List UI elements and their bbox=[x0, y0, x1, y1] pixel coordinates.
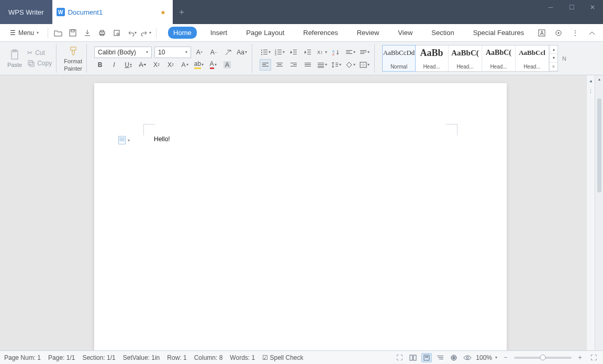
tab-review[interactable]: Review bbox=[352, 27, 385, 39]
save-icon[interactable] bbox=[67, 27, 79, 39]
underline-button[interactable]: U▾ bbox=[122, 59, 134, 71]
font-color-button[interactable]: A▾ bbox=[207, 59, 219, 71]
zoom-in-button[interactable]: ＋ bbox=[575, 353, 585, 362]
sort-button[interactable]: AZ bbox=[330, 47, 342, 58]
document-workspace[interactable]: ▾ Hello! ◂ ⋮ ▴ bbox=[0, 75, 603, 350]
outline-view-icon[interactable] bbox=[435, 353, 445, 362]
scroll-up-icon[interactable]: ▴ bbox=[550, 46, 557, 54]
line-spacing-button[interactable]: ▾ bbox=[330, 59, 342, 71]
scroll-up-icon[interactable]: ▴ bbox=[595, 75, 603, 83]
align-center-button[interactable] bbox=[274, 59, 285, 71]
bullets-button[interactable]: ▾ bbox=[260, 47, 271, 58]
font-name-select[interactable]: Calibri (Body)▾ bbox=[94, 47, 152, 58]
zoom-slider[interactable] bbox=[514, 357, 572, 359]
new-tab-button[interactable]: ＋ bbox=[173, 0, 191, 24]
redo-icon[interactable]: ▾ bbox=[140, 27, 152, 39]
status-words[interactable]: Words: 1 bbox=[230, 354, 255, 361]
eye-protection-icon[interactable] bbox=[462, 353, 473, 362]
document-body-text[interactable]: Hello! bbox=[154, 135, 170, 143]
page[interactable]: ▾ Hello! bbox=[94, 83, 507, 350]
web-layout-icon[interactable] bbox=[449, 353, 459, 362]
fullscreen-icon[interactable]: ⛶ bbox=[394, 353, 405, 362]
styles-gallery[interactable]: AaBbCcDdNormal AaBbHead... AaBbC(Head...… bbox=[382, 45, 558, 72]
spell-check-button[interactable]: ☑ Spell Check bbox=[262, 354, 303, 361]
align-left-button[interactable] bbox=[260, 59, 271, 71]
copy-button[interactable]: Copy bbox=[27, 60, 52, 67]
fit-page-icon[interactable]: ⛶ bbox=[588, 353, 599, 362]
maximize-button[interactable]: ☐ bbox=[561, 0, 582, 15]
tab-view[interactable]: View bbox=[393, 27, 418, 39]
styles-scroll[interactable]: ▴▾≡ bbox=[549, 46, 557, 71]
borders-button[interactable]: ▾ bbox=[359, 59, 370, 71]
tab-special-features[interactable]: Special Features bbox=[468, 27, 530, 39]
chevron-down-icon[interactable]: ▾ bbox=[495, 355, 497, 360]
tab-section[interactable]: Section bbox=[426, 27, 459, 39]
tab-page-layout[interactable]: Page Layout bbox=[241, 27, 289, 39]
hamburger-menu[interactable]: ☰ Menu ▾ bbox=[5, 27, 43, 39]
cut-button[interactable]: ✂Cut bbox=[27, 49, 52, 56]
decrease-indent-button[interactable] bbox=[288, 47, 299, 58]
status-page-num[interactable]: Page Num: 1 bbox=[4, 354, 41, 361]
side-panel-collapse-icon[interactable]: ◂ bbox=[589, 78, 592, 84]
clear-formatting-icon[interactable] bbox=[222, 47, 233, 58]
read-view-icon[interactable] bbox=[408, 353, 418, 362]
shrink-font-icon[interactable]: A– bbox=[208, 47, 219, 58]
status-page[interactable]: Page: 1/1 bbox=[48, 354, 75, 361]
highlight-color-button[interactable]: ab▾ bbox=[193, 59, 205, 71]
font-size-select[interactable]: 10▾ bbox=[154, 47, 191, 58]
align-justify-button[interactable] bbox=[302, 59, 314, 71]
character-shading-button[interactable]: A bbox=[221, 59, 233, 71]
status-setvalue[interactable]: SetValue: 1in bbox=[123, 354, 160, 361]
style-heading-3[interactable]: AaBbC(Head... bbox=[482, 46, 516, 71]
style-heading-1[interactable]: AaBbHead... bbox=[415, 46, 449, 71]
status-row[interactable]: Row: 1 bbox=[167, 354, 186, 361]
grow-font-icon[interactable]: A+ bbox=[194, 47, 205, 58]
style-heading-2[interactable]: AaBbC(Head... bbox=[449, 46, 482, 71]
print-preview-icon[interactable] bbox=[111, 27, 122, 39]
scroll-thumb[interactable] bbox=[597, 98, 601, 192]
print-icon[interactable] bbox=[96, 27, 108, 39]
scroll-down-icon[interactable]: ▾ bbox=[550, 54, 557, 62]
styles-expand-icon[interactable]: ≡ bbox=[550, 63, 557, 71]
side-panel-dots-icon[interactable]: ⋮ bbox=[588, 89, 593, 94]
more-icon[interactable]: ⋮ bbox=[570, 27, 581, 39]
subscript-button[interactable]: X2 bbox=[165, 59, 176, 71]
increase-indent-button[interactable] bbox=[302, 47, 314, 58]
text-direction-button[interactable]: X↕▾ bbox=[316, 47, 328, 58]
strikethrough-button[interactable]: A▾ bbox=[137, 59, 148, 71]
shading-button[interactable]: ▾ bbox=[344, 59, 356, 71]
paste-button[interactable]: Paste bbox=[7, 49, 22, 68]
style-heading-4[interactable]: AaBbCclHead... bbox=[516, 46, 549, 71]
tab-home[interactable]: Home bbox=[168, 27, 197, 39]
tabs-button[interactable]: ▾ bbox=[344, 47, 356, 58]
text-box-icon[interactable]: A bbox=[536, 27, 548, 39]
superscript-button[interactable]: X2 bbox=[151, 59, 162, 71]
zoom-out-button[interactable]: － bbox=[500, 353, 511, 362]
align-right-button[interactable] bbox=[288, 59, 299, 71]
print-layout-icon[interactable] bbox=[421, 353, 432, 362]
style-normal[interactable]: AaBbCcDdNormal bbox=[382, 45, 416, 72]
tab-references[interactable]: References bbox=[298, 27, 343, 39]
vertical-scrollbar[interactable]: ▴ bbox=[595, 75, 603, 350]
text-effects-button[interactable]: A▾ bbox=[179, 59, 191, 71]
paragraph-panel-icon[interactable] bbox=[118, 136, 126, 144]
settings-icon[interactable] bbox=[553, 27, 564, 39]
bold-button[interactable]: B bbox=[94, 59, 106, 71]
show-marks-button[interactable]: ▾ bbox=[359, 47, 370, 58]
italic-button[interactable]: I bbox=[108, 59, 120, 71]
close-button[interactable]: ✕ bbox=[582, 0, 603, 15]
numbering-button[interactable]: 123▾ bbox=[274, 47, 285, 58]
status-column[interactable]: Column: 8 bbox=[194, 354, 223, 361]
minimize-button[interactable]: ─ bbox=[540, 0, 561, 15]
change-case-icon[interactable]: Aa▾ bbox=[236, 47, 248, 58]
zoom-level[interactable]: 100% bbox=[476, 354, 492, 361]
new-style-button[interactable]: N bbox=[558, 45, 566, 72]
distributed-align-button[interactable]: ▾ bbox=[316, 59, 328, 71]
open-icon[interactable] bbox=[52, 27, 64, 39]
undo-icon[interactable]: ▾ bbox=[126, 27, 137, 39]
collapse-ribbon-icon[interactable] bbox=[586, 27, 598, 39]
document-tab[interactable]: W Document1 ● bbox=[52, 0, 173, 24]
chevron-down-icon[interactable]: ▾ bbox=[128, 138, 130, 143]
tab-insert[interactable]: Insert bbox=[205, 27, 233, 39]
zoom-slider-knob[interactable] bbox=[540, 355, 546, 360]
